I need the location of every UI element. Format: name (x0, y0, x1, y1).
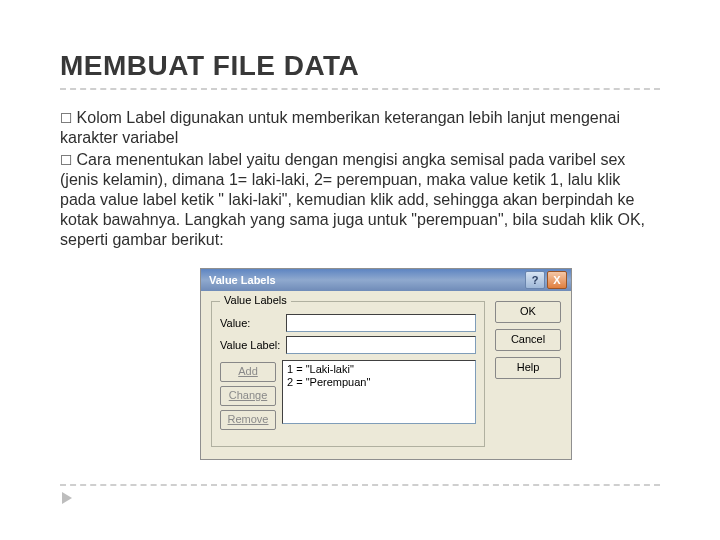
divider (60, 484, 660, 486)
list-item[interactable]: 2 = "Perempuan" (287, 376, 471, 389)
value-label: Value: (220, 317, 286, 329)
values-listbox[interactable]: 1 = "Laki-laki" 2 = "Perempuan" (282, 360, 476, 424)
page-title: MEMBUAT FILE DATA (60, 50, 660, 82)
close-button[interactable]: X (547, 271, 567, 289)
valuelabel-input[interactable] (286, 336, 476, 354)
remove-button[interactable]: Remove (220, 410, 276, 430)
help-titlebar-button[interactable]: ? (525, 271, 545, 289)
cancel-button[interactable]: Cancel (495, 329, 561, 351)
bullet-1: ☐Kolom Label digunakan untuk memberikan … (60, 108, 660, 148)
valuelabel-label: Value Label: (220, 339, 286, 351)
divider (60, 88, 660, 90)
body-text: ☐Kolom Label digunakan untuk memberikan … (60, 108, 660, 250)
list-item[interactable]: 1 = "Laki-laki" (287, 363, 471, 376)
value-labels-dialog: Value Labels ? X Value Labels Value: Val… (200, 268, 572, 460)
add-button[interactable]: Add (220, 362, 276, 382)
dialog-title: Value Labels (209, 274, 523, 286)
value-input[interactable] (286, 314, 476, 332)
change-button[interactable]: Change (220, 386, 276, 406)
bullet-2: ☐Cara menentukan label yaitu dengan meng… (60, 150, 660, 250)
checkbox-icon: ☐ (60, 152, 73, 168)
checkbox-icon: ☐ (60, 110, 73, 126)
ok-button[interactable]: OK (495, 301, 561, 323)
dialog-titlebar: Value Labels ? X (201, 269, 571, 291)
group-legend: Value Labels (220, 294, 291, 306)
value-labels-group: Value Labels Value: Value Label: Add Cha… (211, 301, 485, 447)
help-button[interactable]: Help (495, 357, 561, 379)
play-cue-icon (62, 492, 72, 504)
